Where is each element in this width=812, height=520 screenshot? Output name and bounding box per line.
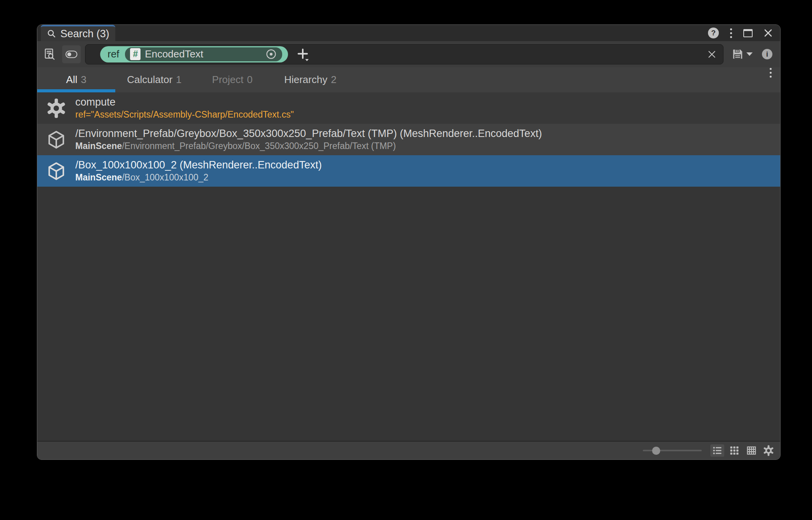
token-value: # EncodedText [125,47,282,61]
saved-searches-icon[interactable] [43,47,57,61]
result-path: ref="Assets/Scripts/Assembly-CSharp/Enco… [75,110,294,120]
query-token-ref[interactable]: ref # EncodedText [100,46,288,62]
result-row-environment-prefab[interactable]: /Environment_Prefab/Greybox/Box_350x300x… [37,124,780,155]
token-value-text: EncodedText [145,48,203,60]
token-filter-label: ref [100,47,125,61]
save-search-button[interactable] [731,48,753,61]
tab-all[interactable]: All 3 [37,67,115,92]
result-path: MainScene/Environment_Prefab/Greybox/Box… [75,141,542,151]
search-icon [47,29,57,39]
result-tabs: All 3 Calculator 1 Project 0 Hierarchy 2 [37,67,780,92]
results-list: compute ref="Assets/Scripts/Assembly-CSh… [37,92,780,441]
tab-project[interactable]: Project 0 [193,67,271,92]
unity-search-window: Search (3) ? [37,24,781,460]
result-path: MainScene/Box_100x100x100_2 [75,173,322,182]
cube-icon [45,130,68,150]
settings-gear-icon[interactable] [762,444,776,457]
window-title: Search (3) [60,28,109,40]
help-icon[interactable]: ? [708,28,719,38]
save-search-icon [731,48,744,61]
item-size-slider[interactable] [643,445,702,456]
slider-handle[interactable] [652,447,660,455]
save-dropdown-caret-icon [746,52,753,56]
query-builder-toggle-icon[interactable] [62,45,81,63]
result-title: /Box_100x100x100_2 (MeshRenderer..Encode… [75,159,322,171]
search-window-tab[interactable]: Search (3) [41,25,115,41]
scene-name: MainScene [75,172,122,182]
result-row-compute[interactable]: compute ref="Assets/Scripts/Assembly-CSh… [37,92,780,124]
cube-icon [45,161,68,181]
tab-calculator[interactable]: Calculator 1 [115,67,193,92]
table-view-icon[interactable] [744,444,758,457]
result-title: /Environment_Prefab/Greybox/Box_350x300x… [75,128,542,140]
window-menu-icon[interactable] [729,28,733,39]
tab-options-icon[interactable] [769,67,780,92]
tab-hierarchy[interactable]: Hierarchy 2 [271,67,349,92]
csharp-script-icon: # [130,48,141,60]
scene-name: MainScene [75,141,122,151]
clear-search-icon[interactable] [707,49,717,59]
maximize-icon[interactable] [743,29,753,37]
result-title: compute [75,97,294,108]
add-block-icon[interactable] [296,47,310,62]
remove-token-icon[interactable] [265,48,277,60]
search-query-field[interactable]: ref # EncodedText [85,44,724,64]
list-view-icon[interactable] [710,444,724,457]
close-icon[interactable] [763,28,773,38]
statusbar [37,441,780,459]
info-icon[interactable]: i [762,49,772,59]
search-toolbar: ref # EncodedText [37,41,780,67]
titlebar-actions: ? [708,25,780,41]
titlebar: Search (3) ? [37,25,780,41]
gear-icon [45,98,68,119]
grid-view-icon[interactable] [727,444,741,457]
result-row-box-selected[interactable]: /Box_100x100x100_2 (MeshRenderer..Encode… [37,155,780,187]
